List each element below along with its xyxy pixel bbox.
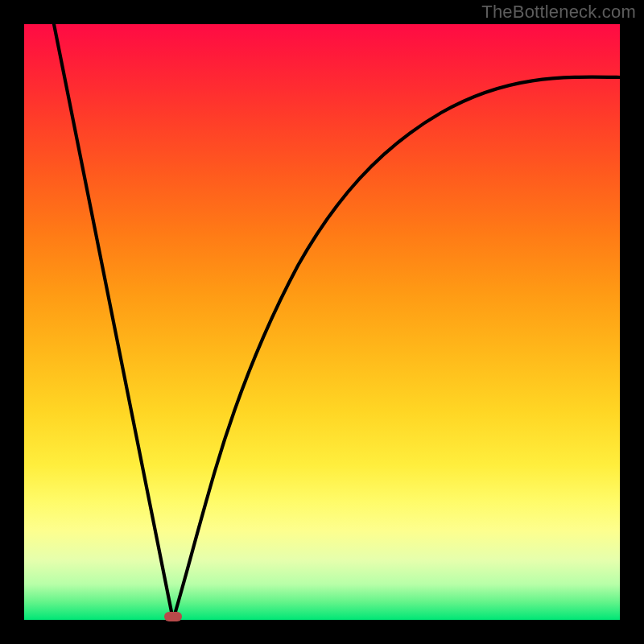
optimal-point-marker [164, 612, 182, 621]
bottleneck-curve [54, 24, 620, 620]
chart-frame: TheBottleneck.com [0, 0, 644, 644]
curve-svg [24, 24, 620, 620]
watermark-text: TheBottleneck.com [481, 2, 636, 23]
plot-area [24, 24, 620, 620]
